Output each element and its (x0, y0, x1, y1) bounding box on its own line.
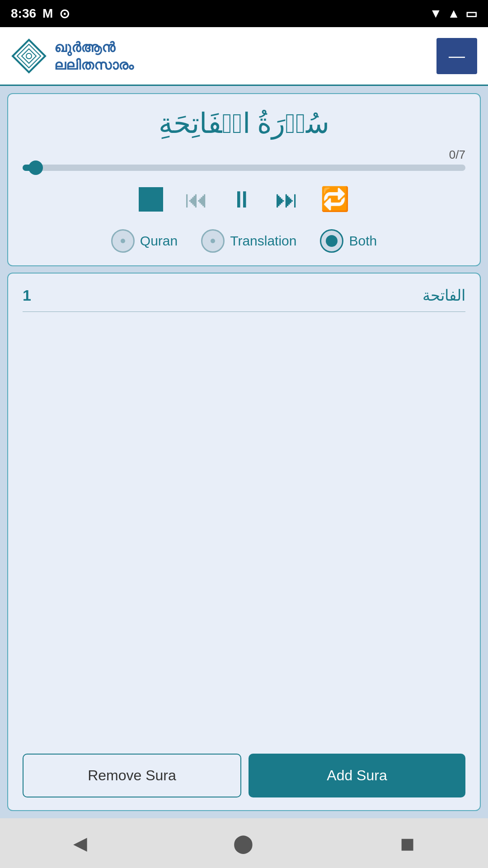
app-title: ഖുർആൻ ലലിതസാരം (54, 38, 134, 74)
progress-counter: 0/7 (449, 148, 465, 162)
sync-icon: ⊙ (59, 6, 70, 21)
wifi-icon: ▼ (430, 6, 442, 21)
radio-translation-dot (211, 239, 215, 243)
home-icon: ⬤ (233, 833, 253, 853)
previous-icon: ⏮ (185, 186, 208, 213)
svg-marker-2 (22, 49, 36, 63)
battery-icon: ▭ (465, 6, 477, 21)
radio-both-circle (320, 229, 343, 253)
progress-bar[interactable] (23, 165, 465, 171)
status-bar: 8:36 M ⊙ ▼ ▲ ▭ (0, 0, 488, 27)
pause-icon: ⏸ (230, 186, 253, 213)
repeat-icon: 🔁 (320, 185, 350, 213)
verse-number: 1 (23, 287, 31, 304)
main-content: سُوۡرَةُ الۡفَاتِحَةِ 0/7 ⏮ ⏸ ⏭ 🔁 (0, 86, 488, 818)
pause-button[interactable]: ⏸ (230, 186, 253, 213)
stop-button[interactable] (139, 187, 163, 212)
verse-content (23, 321, 465, 743)
verse-arabic-title: الفاتحة (422, 286, 465, 304)
status-time: 8:36 (11, 6, 36, 21)
previous-button[interactable]: ⏮ (185, 186, 208, 213)
progress-thumb (28, 160, 43, 175)
nav-bar: ◀ ⬤ ◼ (0, 818, 488, 868)
player-card: سُوۡرَةُ الۡفَاتِحَةِ 0/7 ⏮ ⏸ ⏭ 🔁 (7, 93, 481, 266)
radio-quran-dot (121, 239, 125, 243)
app-header: ഖുർആൻ ലലിതസാരം — (0, 27, 488, 86)
radio-quran-label: Quran (140, 233, 178, 249)
menu-button[interactable]: — (436, 38, 477, 74)
content-card: 1 الفاتحة Remove Sura Add Sura (7, 273, 481, 811)
recents-icon: ◼ (400, 833, 415, 853)
back-icon: ◀ (73, 833, 87, 853)
radio-both[interactable]: Both (320, 229, 377, 253)
logo-icon (11, 38, 47, 74)
radio-both-dot (326, 235, 338, 247)
playback-mode-selector: Quran Translation Both (23, 229, 465, 253)
signal-icon: ▲ (447, 6, 460, 21)
repeat-button[interactable]: 🔁 (320, 185, 350, 213)
stop-icon (139, 187, 163, 212)
verse-header: 1 الفاتحة (23, 286, 465, 312)
svg-point-3 (26, 53, 32, 59)
radio-translation[interactable]: Translation (201, 229, 296, 253)
playback-controls: ⏮ ⏸ ⏭ 🔁 (23, 185, 465, 213)
radio-both-label: Both (349, 233, 377, 249)
radio-translation-circle (201, 229, 225, 253)
recents-button[interactable]: ◼ (400, 833, 415, 854)
surah-title: سُوۡرَةُ الۡفَاتِحَةِ (23, 107, 465, 140)
progress-counter-container: 0/7 (23, 148, 465, 162)
remove-sura-button[interactable]: Remove Sura (23, 754, 241, 797)
menu-icon: — (449, 47, 465, 66)
radio-quran-circle (111, 229, 135, 253)
bottom-action-buttons: Remove Sura Add Sura (23, 754, 465, 797)
radio-translation-label: Translation (230, 233, 296, 249)
radio-quran[interactable]: Quran (111, 229, 178, 253)
gmail-icon: M (42, 6, 53, 21)
logo-container: ഖുർആൻ ലലിതസാരം (11, 38, 134, 74)
back-button[interactable]: ◀ (73, 833, 87, 854)
next-icon: ⏭ (275, 186, 299, 213)
next-button[interactable]: ⏭ (275, 186, 299, 213)
add-sura-button[interactable]: Add Sura (249, 754, 465, 797)
home-button[interactable]: ⬤ (233, 833, 253, 854)
